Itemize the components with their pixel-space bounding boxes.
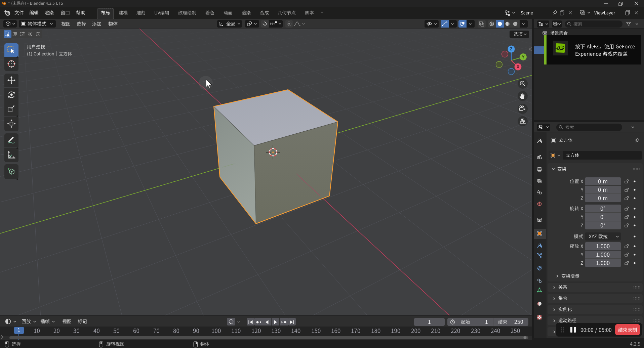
svg-text:Y: Y	[522, 55, 524, 59]
svg-text:Z: Z	[510, 47, 512, 51]
svg-text:X: X	[517, 64, 519, 69]
